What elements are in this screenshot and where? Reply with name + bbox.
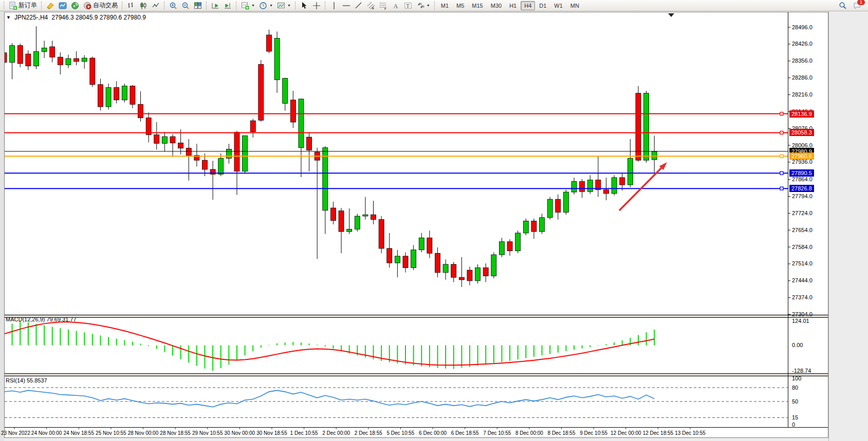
auto-scroll-button[interactable] — [221, 1, 234, 11]
symbol-dropdown-icon[interactable]: ▼ — [6, 15, 11, 20]
period-clock-button[interactable]: ▼ — [257, 1, 275, 11]
toolbar-right-group: 1 — [837, 1, 866, 11]
horizontal-line-icon — [342, 2, 350, 10]
timeframe-m1-button[interactable]: M1 — [437, 1, 452, 10]
bar-chart-icon — [127, 2, 135, 10]
dropdown-caret-icon: ▼ — [251, 4, 255, 7]
chart-shift-button[interactable] — [209, 1, 221, 11]
search-icon — [839, 2, 847, 10]
rsi-indicator-label: RSI(14) 55.8537 — [6, 377, 47, 384]
chat-badge: 1 — [857, 0, 865, 6]
chart-shift-icon — [211, 2, 219, 10]
arrows-icon — [416, 2, 424, 10]
cursor-icon — [300, 2, 308, 10]
zoom-in-icon — [169, 2, 177, 10]
autotrade-icon — [83, 2, 91, 10]
new-order-icon — [9, 2, 17, 10]
toolbar-separator — [434, 2, 435, 10]
timeframe-mn-button[interactable]: MN — [567, 1, 583, 10]
svg-text:E: E — [372, 7, 374, 10]
svg-text:F: F — [384, 7, 386, 10]
toolbar-separator — [236, 2, 237, 10]
chart-ohlc-readout: 27946.3 28045.9 27890.6 27980.9 — [51, 14, 146, 21]
candlestick-icon — [139, 2, 147, 10]
text-label-tool-button[interactable]: T — [402, 1, 414, 11]
line-ch art-icon — [152, 2, 160, 10]
toolbar-separator — [122, 2, 123, 10]
search-button[interactable] — [837, 1, 849, 11]
trendline-tool-button[interactable] — [353, 1, 365, 11]
toolbar-separator — [206, 2, 207, 10]
signal-icon — [71, 2, 79, 10]
arrows-tool-button[interactable]: ▼ — [414, 1, 432, 11]
period-clock-icon — [259, 2, 267, 10]
bar-chart-button[interactable] — [125, 1, 137, 11]
vertical-line-tool-button[interactable] — [328, 1, 340, 11]
line-chart-button[interactable] — [150, 1, 162, 11]
svg-text:A: A — [393, 2, 398, 9]
highlighter-icon — [46, 2, 54, 10]
dropdown-caret-icon: ▼ — [427, 4, 430, 7]
tile-windows-button[interactable] — [192, 1, 204, 11]
timeframe-toolbar: M1M5M15M30H1H4D1W1MN — [437, 1, 583, 10]
macd-indicator-label: MACD(12,26,9) 79.69 31.77 — [6, 316, 77, 322]
chart-canvas[interactable] — [0, 0, 868, 441]
text-tool-button[interactable]: A — [390, 1, 402, 11]
tile-windows-icon — [194, 2, 202, 10]
horizontal-line-tool-button[interactable] — [340, 1, 353, 11]
trendline-icon — [355, 2, 363, 10]
chart-window-icon — [59, 2, 67, 10]
channel-tool-button[interactable]: E — [365, 1, 377, 11]
timeframe-h4-button[interactable]: H4 — [521, 1, 535, 10]
chart-title[interactable]: ▼ JPN225-,H4 27946.3 28045.9 27890.6 279… — [6, 14, 146, 21]
equidistant-channel-icon: E — [367, 2, 375, 10]
template-button[interactable]: ▼ — [275, 1, 293, 11]
toolbar-separator — [41, 2, 42, 10]
add-indicator-button[interactable]: ▼ — [239, 1, 257, 11]
new-order-button[interactable]: 新订单 — [7, 1, 39, 11]
chart-window-button[interactable] — [57, 1, 69, 11]
toolbar-grip[interactable] — [4, 2, 5, 10]
auto-scroll-icon — [224, 2, 232, 10]
timeframe-m30-button[interactable]: M30 — [487, 1, 505, 10]
timeframe-h1-button[interactable]: H1 — [506, 1, 520, 10]
zoom-out-button[interactable] — [179, 1, 192, 11]
zoom-out-icon — [181, 2, 190, 10]
vertical-line-icon — [330, 2, 338, 10]
add-indicator-icon — [241, 2, 249, 10]
chart-symbol-period: JPN225-,H4 — [14, 14, 48, 21]
signal-button[interactable] — [69, 1, 81, 11]
text-label-icon: T — [404, 2, 412, 10]
highlighter-button[interactable] — [44, 1, 57, 11]
svg-text:T: T — [406, 3, 409, 8]
main-toolbar: 新订单 自动交易 ▼ ▼ ▼ E F A T ▼ M1M5M15M30H1H4D… — [0, 0, 868, 11]
autotrade-label: 自动交易 — [93, 1, 118, 10]
new-order-label: 新订单 — [19, 1, 37, 10]
dropdown-caret-icon: ▼ — [269, 4, 273, 7]
text-icon: A — [392, 2, 400, 10]
candlestick-button[interactable] — [137, 1, 150, 11]
toolbar-separator — [325, 2, 326, 10]
crosshair-tool-button[interactable] — [310, 1, 323, 11]
dropdown-caret-icon: ▼ — [287, 4, 291, 7]
fibonacci-tool-button[interactable]: F — [377, 1, 390, 11]
autotrade-button[interactable]: 自动交易 — [81, 1, 120, 11]
toolbar-separator — [164, 2, 165, 10]
timeframe-m5-button[interactable]: M5 — [453, 1, 468, 10]
template-icon — [277, 2, 285, 10]
timeframe-m15-button[interactable]: M15 — [468, 1, 486, 10]
chat-button[interactable]: 1 — [851, 1, 863, 11]
timeframe-w1-button[interactable]: W1 — [550, 1, 566, 10]
timeframe-d1-button[interactable]: D1 — [535, 1, 550, 10]
crosshair-icon — [312, 2, 321, 10]
fibonacci-icon: F — [379, 2, 387, 10]
cursor-tool-button[interactable] — [298, 1, 310, 11]
toolbar-separator — [295, 2, 296, 10]
zoom-in-button[interactable] — [167, 1, 179, 11]
